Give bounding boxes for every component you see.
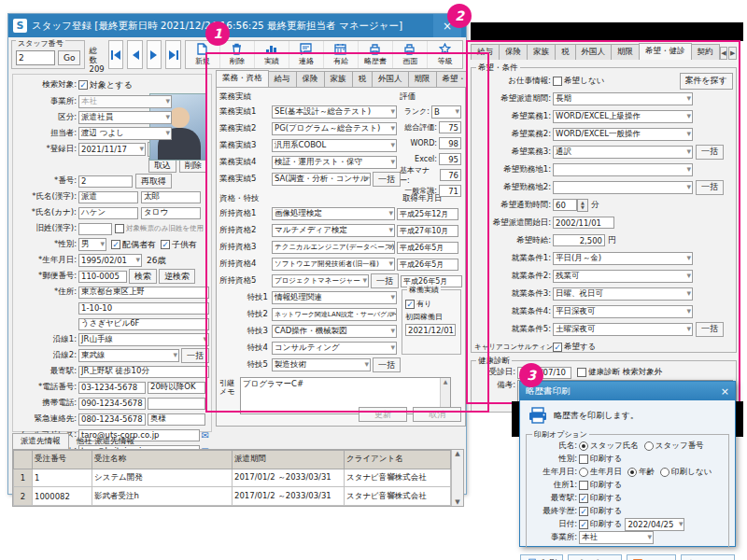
addr-print-checkbox[interactable] bbox=[579, 481, 588, 490]
cond4-select[interactable]: 平日深夜可 bbox=[553, 305, 693, 318]
number-field[interactable]: 2 bbox=[78, 175, 133, 188]
wage-field[interactable]: 2,500 bbox=[553, 234, 605, 246]
memo-scroll-up-icon[interactable]: ▲ bbox=[444, 378, 448, 385]
birth-none-radio[interactable] bbox=[660, 468, 669, 477]
zip-reverse-button[interactable]: 逆検索 bbox=[159, 269, 195, 284]
rep-select[interactable]: 渡辺 つよし bbox=[78, 127, 172, 140]
results-button[interactable]: 実績 bbox=[255, 41, 289, 68]
name-kana-first-field[interactable]: タロウ bbox=[141, 207, 201, 219]
prev-record-button[interactable] bbox=[127, 40, 143, 69]
spouse-checkbox[interactable]: ✓ bbox=[111, 240, 120, 249]
gyomu5-select[interactable]: SA(調査・分析・コンサルティン bbox=[272, 173, 371, 186]
kadou-date-field[interactable]: 2021/12/01 bbox=[405, 324, 456, 336]
shikaku4-select[interactable]: ソフトウエア開発技術者(旧一種) bbox=[272, 258, 395, 271]
place1-select[interactable] bbox=[553, 163, 693, 176]
gender-print-checkbox[interactable] bbox=[579, 455, 588, 464]
rtab-scroll-left-button[interactable]: ◀ bbox=[720, 47, 728, 60]
rtab-zei[interactable]: 税 bbox=[555, 44, 576, 60]
period-select[interactable]: 長期 bbox=[553, 92, 693, 105]
excel-button[interactable]: XEXCEL bbox=[627, 554, 677, 560]
address1-field[interactable]: 東京都台東区上野 bbox=[78, 287, 209, 299]
place-batch-button[interactable]: 一括 bbox=[696, 180, 724, 195]
category-select[interactable]: 派遣社員 bbox=[78, 111, 172, 124]
staff-number-input[interactable]: 2 bbox=[16, 50, 55, 65]
tokugi1-select[interactable]: 情報処理関連 bbox=[272, 291, 397, 304]
line1-select[interactable]: JR山手線 bbox=[78, 333, 209, 346]
address3-field[interactable]: うさぎヤビル6F bbox=[78, 318, 209, 330]
station-print-checkbox[interactable]: ✓ bbox=[579, 494, 588, 503]
mobile-note-field[interactable] bbox=[148, 398, 205, 410]
regdate-select[interactable]: 2021/11/17 bbox=[78, 143, 146, 156]
tab-kazoku[interactable]: 家族 bbox=[324, 71, 353, 87]
eval2-field[interactable]: 98 bbox=[439, 137, 461, 149]
grade-button[interactable]: 等級 bbox=[428, 41, 462, 68]
eval1-field[interactable]: 75 bbox=[439, 121, 461, 133]
table-row[interactable]: 2 1000082 影武者受注h 2017/01/2 ～2033/03/31 ス… bbox=[14, 487, 451, 506]
tab-hoken[interactable]: 保険 bbox=[296, 71, 325, 87]
last-record-button[interactable] bbox=[165, 40, 181, 69]
rtab-scroll-right-button[interactable]: ▶ bbox=[728, 47, 737, 60]
tab-dispatch-info[interactable]: 派遣先情報 bbox=[12, 433, 69, 449]
shikaku3-select[interactable]: テクニカルエンジニア(データベース) bbox=[272, 241, 395, 254]
shikaku3-date[interactable]: 平成26年5月 bbox=[397, 242, 458, 254]
birth-date-radio[interactable] bbox=[579, 468, 588, 477]
delete-button[interactable]: 削除 bbox=[220, 41, 255, 68]
tab-zei[interactable]: 税 bbox=[352, 71, 374, 87]
eval3-field[interactable]: 95 bbox=[439, 153, 461, 165]
cond-batch-button[interactable]: 一括 bbox=[696, 322, 724, 337]
rtab-kigen[interactable]: 期限 bbox=[611, 44, 640, 60]
tel-note-field[interactable]: 20時以降OK bbox=[148, 382, 205, 394]
mobile-field[interactable]: 090-1234-5678 bbox=[78, 398, 146, 410]
edu-print-checkbox[interactable]: ✓ bbox=[579, 507, 588, 516]
tab-other-dispatch-info[interactable]: 他社 派遣先情報 bbox=[69, 434, 142, 449]
shikaku4-date[interactable]: 平成26年5月 bbox=[397, 259, 458, 271]
gyomu-batch-button[interactable]: 一括 bbox=[373, 172, 401, 187]
shikaku1-select[interactable]: 画像処理検定 bbox=[272, 207, 395, 220]
emergency-note-field[interactable]: 奥様 bbox=[148, 413, 205, 426]
paid-leave-button[interactable]: 有給 bbox=[324, 41, 359, 68]
eval4-field[interactable]: 76 bbox=[440, 169, 461, 181]
checkup-exclude-checkbox[interactable] bbox=[577, 368, 586, 377]
print-date-select[interactable]: 2022/04/25 bbox=[625, 518, 684, 531]
dialog-close-button[interactable]: × bbox=[721, 385, 729, 398]
shikaku2-select[interactable]: マルチメディア検定 bbox=[272, 224, 395, 237]
next-record-button[interactable] bbox=[147, 40, 162, 69]
work2-select[interactable]: WORD/EXCEL一般操作 bbox=[553, 128, 693, 141]
commute-field[interactable]: 60 bbox=[553, 199, 577, 211]
table-scroll-down-icon[interactable]: ▼ bbox=[455, 498, 459, 506]
gyomu2-select[interactable]: PG(プログラム～総合テスト) bbox=[272, 122, 397, 135]
rtab-gaikokujin[interactable]: 外国人 bbox=[575, 44, 613, 60]
name-staffname-radio[interactable] bbox=[579, 441, 588, 451]
tokugi2-select[interactable]: ネットワーク関連LAN設定・サーバグルー bbox=[272, 308, 397, 321]
job-info-checkbox[interactable] bbox=[553, 77, 562, 86]
date-print-checkbox[interactable]: ✓ bbox=[579, 520, 588, 529]
shikaku1-date[interactable]: 平成25年12月 bbox=[397, 208, 458, 220]
first-record-button[interactable] bbox=[108, 40, 124, 69]
tokugi5-select[interactable]: 製造技術 bbox=[272, 358, 371, 371]
table-scroll-up-icon[interactable]: ▲ bbox=[455, 450, 459, 457]
tokugi3-select[interactable]: CAD操作・機械製図 bbox=[272, 325, 397, 338]
preview-button[interactable]: プレビュー bbox=[568, 554, 621, 560]
shikaku5-select[interactable]: プロジェクトマネージャー bbox=[272, 274, 369, 287]
rank-select[interactable]: B bbox=[431, 105, 461, 119]
spinner-down-icon[interactable]: ▼ bbox=[581, 205, 585, 210]
old-name-checkbox[interactable] bbox=[115, 224, 124, 233]
tokugi-batch-button[interactable]: 一括 bbox=[373, 357, 401, 372]
contact-button[interactable]: 連絡 bbox=[289, 41, 324, 68]
tab-kigen[interactable]: 期限 bbox=[408, 71, 437, 87]
dlg-office-select[interactable]: 本社 bbox=[579, 531, 654, 544]
shikaku-batch-button[interactable]: 一括 bbox=[371, 273, 399, 288]
station-field[interactable]: JR上野駅 徒歩10分 bbox=[78, 366, 209, 378]
cond5-select[interactable]: 土曜深夜可 bbox=[553, 323, 693, 336]
work-batch-button[interactable]: 一括 bbox=[696, 145, 724, 160]
rtab-keiyaku[interactable]: 契約 bbox=[691, 44, 720, 60]
cond1-select[interactable]: 平日(月～金) bbox=[553, 252, 693, 265]
tab-kyuyo[interactable]: 給与 bbox=[268, 71, 297, 87]
resume-button[interactable]: 略歴書 bbox=[359, 41, 393, 68]
rtab-kazoku[interactable]: 家族 bbox=[527, 44, 556, 60]
commute-spinner[interactable]: ▲▼ bbox=[577, 199, 588, 212]
name-kana-last-field[interactable]: ハケン bbox=[78, 207, 138, 219]
work3-select[interactable]: 通訳 bbox=[553, 146, 693, 159]
cond2-select[interactable]: 残業可 bbox=[553, 270, 693, 283]
cond3-select[interactable]: 日曜、祝日可 bbox=[553, 287, 693, 301]
